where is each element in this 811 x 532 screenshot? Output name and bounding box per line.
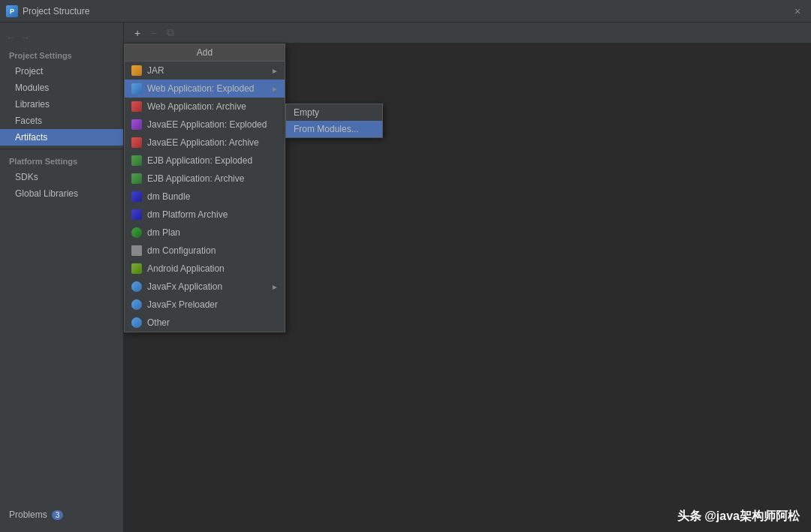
sidebar-item-libraries-label: Libraries: [15, 99, 50, 110]
add-menu: Add JAR ► Web Application: Exploded ►: [124, 44, 285, 332]
problems-section[interactable]: Problems 3: [0, 503, 123, 526]
ejb-archive-icon: [131, 173, 143, 185]
web-archive-icon: [131, 101, 143, 113]
submenu-item-from-modules[interactable]: From Modules...: [286, 121, 382, 137]
dm-bundle-label: dm Bundle: [147, 191, 279, 202]
forward-arrow[interactable]: →: [20, 32, 30, 44]
sidebar-item-global-libraries-label: Global Libraries: [15, 188, 78, 199]
dm-plan-label: dm Plan: [147, 227, 279, 238]
jar-icon: [131, 65, 143, 77]
back-arrow[interactable]: ←: [6, 32, 17, 44]
javafx-label: JavaFx Application: [147, 281, 271, 292]
android-label: Android Application: [147, 263, 279, 274]
ejb-exploded-icon: [131, 155, 143, 167]
menu-item-dm-plan[interactable]: dm Plan: [125, 224, 285, 242]
sidebar-item-libraries[interactable]: Libraries: [0, 96, 123, 113]
ejb-exploded-label: EJB Application: Exploded: [147, 155, 279, 166]
javaee-exploded-label: JavaEE Application: Exploded: [147, 119, 279, 130]
jar-arrow: ►: [271, 67, 279, 75]
title-bar-left: P Project Structure: [6, 5, 89, 17]
menu-item-dm-platform[interactable]: dm Platform Archive: [125, 206, 285, 224]
sidebar: ← → Project Settings Project Modules Lib…: [0, 23, 124, 532]
other-label: Other: [147, 317, 279, 328]
sidebar-item-artifacts[interactable]: Artifacts: [0, 129, 123, 146]
menu-item-jar[interactable]: JAR ►: [125, 62, 285, 80]
close-button[interactable]: ×: [794, 6, 805, 17]
sidebar-item-sdks[interactable]: SDKs: [0, 169, 123, 185]
project-settings-label: Project Settings: [0, 47, 123, 63]
sidebar-item-global-libraries[interactable]: Global Libraries: [0, 185, 123, 202]
content-area: + − ⧉ Add JAR ►: [124, 23, 811, 532]
add-dropdown-menu: Add JAR ► Web Application: Exploded ►: [124, 44, 285, 332]
javafx-icon: [131, 281, 143, 293]
web-exploded-icon: [131, 83, 143, 95]
nav-arrows: ← →: [0, 29, 123, 47]
sidebar-item-modules-label: Modules: [15, 83, 49, 93]
menu-item-javaee-exploded[interactable]: JavaEE Application: Exploded: [125, 116, 285, 134]
add-menu-header: Add: [125, 44, 285, 62]
title-bar: P Project Structure ×: [0, 0, 811, 23]
other-icon: [131, 317, 143, 329]
menu-item-dm-bundle[interactable]: dm Bundle: [125, 188, 285, 206]
app-icon: P: [6, 5, 18, 17]
sidebar-item-project-label: Project: [15, 66, 43, 77]
javafx-preloader-icon: [131, 299, 143, 311]
menu-item-web-exploded[interactable]: Web Application: Exploded ►: [125, 80, 285, 98]
javafx-preloader-label: JavaFx Preloader: [147, 299, 279, 310]
web-exploded-label: Web Application: Exploded: [147, 83, 271, 94]
menu-item-javafx-preloader[interactable]: JavaFx Preloader: [125, 296, 285, 314]
menu-item-ejb-exploded[interactable]: EJB Application: Exploded: [125, 152, 285, 170]
dm-platform-icon: [131, 209, 143, 221]
remove-button[interactable]: −: [146, 26, 161, 41]
sidebar-item-facets-label: Facets: [15, 116, 42, 126]
platform-settings-label: Platform Settings: [0, 152, 123, 169]
sidebar-divider: [0, 149, 123, 149]
submenu-from-modules-label: From Modules...: [294, 124, 359, 134]
sidebar-item-artifacts-label: Artifacts: [15, 132, 47, 143]
submenu-item-empty[interactable]: Empty: [286, 104, 382, 121]
menu-item-ejb-archive[interactable]: EJB Application: Archive: [125, 170, 285, 188]
problems-label: Problems: [9, 509, 47, 520]
javafx-arrow: ►: [271, 283, 279, 291]
dm-platform-label: dm Platform Archive: [147, 209, 279, 220]
copy-button[interactable]: ⧉: [163, 26, 178, 41]
main-layout: ← → Project Settings Project Modules Lib…: [0, 23, 811, 532]
menu-item-dm-config[interactable]: dm Configuration: [125, 242, 285, 260]
web-exploded-arrow: ►: [271, 85, 279, 93]
web-archive-label: Web Application: Archive: [147, 101, 279, 112]
dm-plan-icon: [131, 227, 143, 239]
submenu-empty-label: Empty: [294, 107, 319, 118]
sidebar-item-modules[interactable]: Modules: [0, 80, 123, 96]
toolbar: + − ⧉: [124, 23, 811, 44]
watermark: 头条 @java架构师阿松: [677, 509, 800, 524]
dm-bundle-icon: [131, 191, 143, 203]
add-button[interactable]: +: [130, 26, 145, 41]
menu-item-other[interactable]: Other: [125, 314, 285, 332]
sidebar-item-sdks-label: SDKs: [15, 172, 38, 182]
title-text: Project Structure: [23, 6, 89, 17]
dm-config-label: dm Configuration: [147, 245, 279, 256]
javaee-exploded-icon: [131, 119, 143, 131]
menu-item-javafx[interactable]: JavaFx Application ►: [125, 278, 285, 296]
sidebar-item-facets[interactable]: Facets: [0, 113, 123, 129]
sidebar-item-project[interactable]: Project: [0, 63, 123, 80]
problems-badge: 3: [52, 510, 64, 520]
menu-item-javaee-archive[interactable]: JavaEE Application: Archive: [125, 134, 285, 152]
javaee-archive-label: JavaEE Application: Archive: [147, 137, 279, 148]
javaee-archive-icon: [131, 137, 143, 149]
menu-item-android[interactable]: Android Application: [125, 260, 285, 278]
ejb-archive-label: EJB Application: Archive: [147, 173, 279, 184]
dm-config-icon: [131, 245, 143, 257]
menu-item-web-archive[interactable]: Web Application: Archive: [125, 98, 285, 116]
android-icon: [131, 263, 143, 275]
web-exploded-submenu: Empty From Modules...: [285, 104, 383, 138]
jar-label: JAR: [147, 65, 271, 76]
